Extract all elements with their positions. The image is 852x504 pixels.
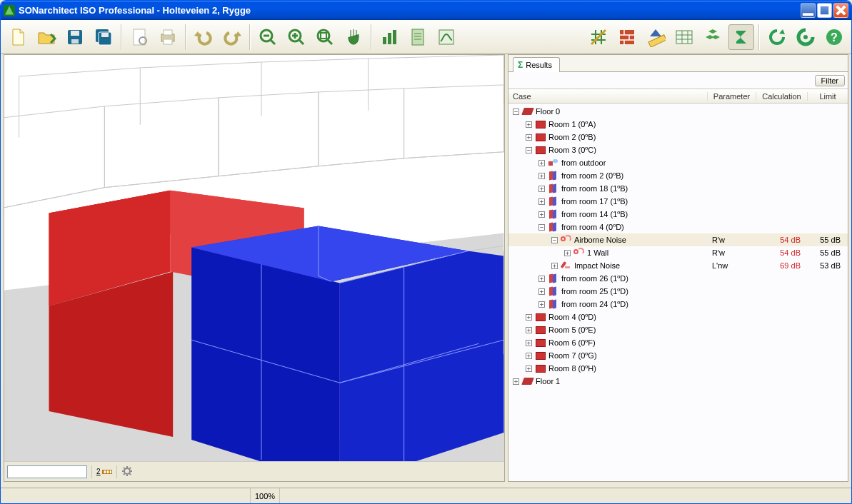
new-file-icon[interactable] bbox=[5, 24, 31, 50]
column-limit[interactable]: Limit bbox=[808, 92, 848, 101]
results-tree[interactable]: −Floor 0+Room 1 (0ºA)+Room 2 (0ºB)−Room … bbox=[508, 104, 848, 481]
collapse-icon[interactable]: − bbox=[526, 147, 532, 153]
expand-icon[interactable]: + bbox=[564, 250, 571, 256]
zoom-fit-icon[interactable] bbox=[312, 24, 338, 50]
undo-icon[interactable] bbox=[191, 24, 216, 50]
wall-layers-icon[interactable] bbox=[614, 24, 640, 50]
wall-icon bbox=[548, 299, 559, 309]
collapse-icon[interactable]: − bbox=[551, 237, 558, 243]
tree-row[interactable]: +Room 6 (0ºF) bbox=[508, 336, 848, 349]
tree-row[interactable]: −Floor 0 bbox=[508, 105, 848, 118]
filter-button[interactable]: Filter bbox=[815, 75, 845, 86]
tree-row[interactable]: +from room 25 (1ºD) bbox=[508, 285, 848, 298]
apply-icon[interactable] bbox=[793, 24, 818, 50]
dimension-toggle-icon[interactable]: 2 bbox=[96, 468, 112, 475]
floor-icon bbox=[522, 106, 533, 116]
scene-3d bbox=[4, 55, 504, 461]
pan-icon[interactable] bbox=[341, 24, 366, 50]
column-parameter[interactable]: Parameter bbox=[708, 92, 756, 101]
tree-row[interactable]: −from room 4 (0ºD) bbox=[508, 221, 848, 233]
titlebar: SONarchitect ISO Professional - Holtevei… bbox=[1, 1, 851, 20]
expand-icon[interactable]: + bbox=[538, 288, 545, 295]
tree-row[interactable]: +Room 2 (0ºB) bbox=[508, 131, 848, 143]
tree-row[interactable]: +1 WallR'w54 dB55 dB bbox=[508, 246, 848, 259]
help-icon[interactable]: ? bbox=[821, 24, 847, 50]
svg-marker-37 bbox=[191, 248, 340, 461]
svg-marker-38 bbox=[340, 251, 504, 461]
expand-icon[interactable]: + bbox=[538, 301, 545, 308]
expand-icon[interactable]: + bbox=[526, 366, 532, 372]
zoom-out-icon[interactable] bbox=[255, 24, 281, 50]
save-icon[interactable] bbox=[62, 24, 88, 50]
tree-row[interactable]: +Room 5 (0ºE) bbox=[508, 323, 848, 336]
barchart-icon[interactable] bbox=[376, 24, 402, 50]
redo-icon[interactable] bbox=[219, 24, 245, 50]
column-case[interactable]: Case bbox=[508, 92, 708, 101]
room-icon bbox=[535, 325, 546, 335]
expand-icon[interactable]: + bbox=[538, 211, 545, 218]
spectrum-icon[interactable] bbox=[433, 24, 459, 50]
tree-row[interactable]: +from room 14 (1ºB) bbox=[508, 208, 848, 221]
gear-icon[interactable] bbox=[121, 465, 133, 478]
expand-icon[interactable]: + bbox=[538, 276, 545, 282]
expand-icon[interactable]: + bbox=[526, 327, 532, 333]
report-icon[interactable] bbox=[405, 24, 431, 50]
refresh-icon[interactable] bbox=[764, 24, 790, 50]
tree-row[interactable]: +Room 7 (0ºG) bbox=[508, 349, 848, 362]
expand-icon[interactable]: + bbox=[538, 173, 545, 179]
boxes-icon[interactable] bbox=[700, 24, 726, 50]
viewport-3d[interactable]: 2 bbox=[4, 54, 505, 482]
tree-row[interactable]: +from room 2 (0ºB) bbox=[508, 169, 848, 182]
expand-icon[interactable]: + bbox=[538, 160, 545, 166]
statusbar: 100% bbox=[1, 488, 851, 503]
print-icon[interactable] bbox=[155, 24, 181, 50]
tab-results[interactable]: Σ Results bbox=[513, 57, 560, 72]
tree-row[interactable]: +from room 17 (1ºB) bbox=[508, 195, 848, 208]
window-close-button[interactable] bbox=[833, 3, 848, 18]
expand-icon[interactable]: + bbox=[538, 186, 545, 192]
tree-row[interactable]: +Room 4 (0ºD) bbox=[508, 311, 848, 323]
tree-row[interactable]: +Floor 1 bbox=[508, 375, 848, 388]
tree-row-label: Room 2 (0ºB) bbox=[548, 133, 848, 141]
tree-row[interactable]: +from room 26 (1ºD) bbox=[508, 272, 848, 285]
room-icon bbox=[535, 145, 546, 155]
tree-row[interactable]: +from room 18 (1ºB) bbox=[508, 182, 848, 195]
tree-row[interactable]: +from outdoor bbox=[508, 156, 848, 169]
ruler-icon[interactable] bbox=[643, 24, 668, 50]
tree-row[interactable]: +Impact NoiseL'nw69 dB53 dB bbox=[508, 259, 848, 272]
tree-row[interactable]: +Room 1 (0ºA) bbox=[508, 118, 848, 131]
open-folder-icon[interactable] bbox=[34, 24, 59, 50]
collapse-icon[interactable]: − bbox=[538, 224, 545, 231]
window-maximize-button[interactable] bbox=[817, 3, 832, 18]
expand-icon[interactable]: + bbox=[551, 263, 558, 269]
tree-row[interactable]: +Room 8 (0ºH) bbox=[508, 362, 848, 375]
column-calculation[interactable]: Calculation bbox=[756, 92, 808, 101]
tree-row[interactable]: −Room 3 (0ºC) bbox=[508, 143, 848, 156]
sigma-icon[interactable] bbox=[728, 24, 754, 50]
page-settings-icon[interactable] bbox=[126, 24, 152, 50]
expand-icon[interactable]: + bbox=[526, 134, 532, 141]
expand-icon[interactable]: + bbox=[538, 198, 545, 205]
window-minimize-button[interactable] bbox=[801, 3, 816, 18]
table-icon[interactable] bbox=[671, 24, 697, 50]
room-icon bbox=[535, 363, 546, 373]
expand-icon[interactable]: + bbox=[526, 340, 532, 346]
expand-icon[interactable]: + bbox=[526, 353, 532, 359]
sigma-icon: Σ bbox=[518, 60, 523, 70]
expand-icon[interactable]: + bbox=[526, 121, 532, 128]
expand-icon[interactable]: + bbox=[526, 314, 532, 321]
cell-parameter: R'w bbox=[708, 236, 756, 244]
grid-toggle-icon[interactable] bbox=[586, 24, 611, 50]
zoom-in-icon[interactable] bbox=[284, 24, 309, 50]
tree-row[interactable]: −Airborne NoiseR'w54 dB55 dB bbox=[508, 233, 848, 246]
results-filterbar: Filter bbox=[508, 72, 848, 89]
save-project-icon[interactable] bbox=[91, 24, 116, 50]
command-input[interactable] bbox=[7, 465, 87, 478]
app-icon bbox=[4, 5, 15, 16]
air-icon bbox=[561, 235, 572, 245]
expand-icon[interactable]: + bbox=[513, 378, 519, 385]
tree-row[interactable]: +from room 24 (1ºD) bbox=[508, 298, 848, 311]
collapse-icon[interactable]: − bbox=[513, 109, 519, 115]
room-icon bbox=[535, 338, 546, 348]
viewport-canvas[interactable] bbox=[4, 55, 504, 461]
